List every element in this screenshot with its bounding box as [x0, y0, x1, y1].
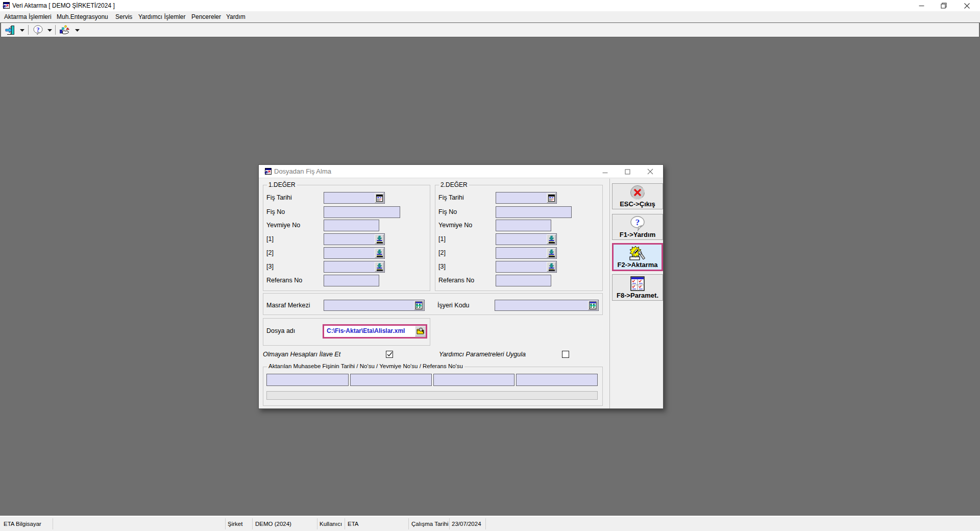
table-lookup-icon[interactable]: [588, 301, 598, 310]
menu-muh-entegrasyonu[interactable]: Muh.Entegrasyonu: [57, 11, 108, 22]
status-separator: [225, 518, 226, 529]
toolbar-separator: [28, 25, 29, 35]
f8-parametre-label: F8->Paramet.: [612, 292, 663, 299]
menu-servis[interactable]: Servis: [115, 11, 132, 22]
fis-tarihi-input-1[interactable]: [324, 192, 385, 204]
yevmiye-no-input-1[interactable]: [324, 220, 379, 231]
group-aktarilan-fis: Aktarılan Muhasebe Fişinin Tarihi / No's…: [263, 367, 603, 406]
deger3-input-2[interactable]: [496, 261, 557, 273]
dosya-adi-label: Dosya adı: [266, 325, 295, 337]
svg-text:?: ?: [37, 26, 40, 33]
f8-parametre-button[interactable]: F8->Paramet.: [612, 274, 663, 301]
group-dosya-adi: Dosya adı C:\Fis-Aktar\Eta\Alislar.xml: [263, 318, 430, 346]
dialog-minimize-button[interactable]: [598, 165, 612, 178]
exit-dropdown-arrow[interactable]: [19, 29, 24, 32]
calendar-icon[interactable]: [375, 193, 384, 203]
aktarilan-referans-input[interactable]: [516, 374, 598, 386]
insert-list-icon[interactable]: [547, 234, 556, 244]
aktarilan-yevmiye-input[interactable]: [433, 374, 514, 386]
panel-divider: [609, 179, 610, 408]
menu-pencereler[interactable]: Pencereler: [191, 11, 221, 22]
dialog-maximize-button[interactable]: [620, 165, 634, 178]
referans-no-input-2[interactable]: [496, 275, 551, 286]
status-separator: [53, 518, 53, 529]
olmayan-hesaplari-checkbox[interactable]: [386, 351, 393, 358]
fis-tarihi-input-2[interactable]: [496, 192, 557, 204]
isyeri-kodu-input[interactable]: [495, 300, 599, 311]
statusbar: ETA Bilgisayar Şirket DEMO (2024) Kullan…: [0, 516, 980, 531]
status-sirket-value: DEMO (2024): [255, 517, 291, 531]
fis-no-label: Fiş No: [438, 206, 457, 218]
deger3-input-1[interactable]: [324, 261, 385, 273]
dosya-adi-value: C:\Fis-Aktar\Eta\Alislar.xml: [327, 326, 405, 337]
esc-cikis-button[interactable]: ESC->Çıkış: [612, 183, 663, 209]
yardimci-parametreleri-checkbox[interactable]: [562, 351, 569, 358]
deger1-label: [1]: [266, 233, 274, 245]
checklist-icon: [612, 276, 663, 292]
dialog-close-button[interactable]: [643, 165, 657, 178]
deger2-label: [2]: [438, 247, 446, 259]
menubar: Aktarma İşlemleri Muh.Entegrasyonu Servi…: [0, 11, 980, 22]
window-minimize-button[interactable]: [914, 0, 929, 11]
masraf-merkezi-label: Masraf Merkezi: [266, 300, 310, 311]
olmayan-hesaplari-label: Olmayan Hesapları İlave Et: [263, 351, 340, 358]
f1-yardim-button[interactable]: ? F1->Yardım: [612, 214, 663, 240]
menu-yardim[interactable]: Yardım: [226, 11, 246, 22]
group-1-deger: 1.DEĞER Fiş Tarihi Fiş No Y: [263, 185, 430, 291]
aktarilan-tarih-input[interactable]: [266, 374, 349, 386]
esc-cikis-label: ESC->Çıkış: [612, 200, 663, 208]
window-restore-button[interactable]: [936, 0, 951, 11]
status-separator: [449, 518, 450, 529]
menu-aktarma-islemleri[interactable]: Aktarma İşlemleri: [4, 11, 52, 22]
deger2-label: [2]: [266, 247, 274, 259]
f2-aktarma-button[interactable]: F2->Aktarma: [612, 243, 663, 271]
toolbar-separator: [55, 25, 56, 35]
status-kullanici-label: Kullanıcı: [320, 517, 342, 531]
yevmiye-no-input-2[interactable]: [496, 220, 551, 231]
folder-search-icon[interactable]: [415, 326, 426, 336]
fis-no-input-1[interactable]: [324, 206, 400, 218]
deger3-label: [3]: [266, 261, 274, 273]
dialog-titlebar: Dosyadan Fiş Alma: [259, 165, 663, 178]
status-separator: [408, 518, 409, 529]
exit-door-icon[interactable]: [5, 25, 16, 36]
hand-services-icon[interactable]: [59, 25, 70, 36]
insert-list-icon[interactable]: [375, 248, 384, 258]
deger1-input-2[interactable]: [496, 233, 557, 245]
gear-tools-icon: [614, 246, 662, 261]
dialog-title: Dosyadan Fiş Alma: [274, 165, 331, 178]
status-separator: [317, 518, 317, 529]
f1-yardim-label: F1->Yardım: [612, 231, 663, 238]
window-close-button[interactable]: [959, 0, 974, 11]
fis-no-input-2[interactable]: [496, 206, 572, 218]
deger2-input-2[interactable]: [496, 247, 557, 259]
services-dropdown-arrow[interactable]: [75, 29, 80, 32]
fis-tarihi-label: Fiş Tarihi: [438, 192, 464, 204]
table-lookup-icon[interactable]: [414, 301, 424, 310]
insert-list-icon[interactable]: [547, 262, 556, 272]
group-aktarilan-fis-title: Aktarılan Muhasebe Fişinin Tarihi / No's…: [267, 363, 464, 369]
help-dropdown-arrow[interactable]: [47, 29, 52, 32]
question-icon: ?: [612, 215, 663, 232]
calendar-icon[interactable]: [547, 193, 556, 203]
dosya-adi-input[interactable]: C:\Fis-Aktar\Eta\Alislar.xml: [323, 324, 427, 339]
deger1-input-1[interactable]: [324, 233, 385, 245]
help-bubble-icon[interactable]: ?: [33, 25, 44, 36]
masraf-merkezi-input[interactable]: [324, 300, 425, 311]
yardimci-parametreleri-label: Yardımcı Parametreleri Uygula: [439, 351, 526, 358]
deger2-input-1[interactable]: [324, 247, 385, 259]
insert-list-icon[interactable]: [547, 248, 556, 258]
insert-list-icon[interactable]: [375, 234, 384, 244]
referans-no-input-1[interactable]: [324, 275, 379, 286]
isyeri-kodu-label: İşyeri Kodu: [437, 300, 470, 311]
status-company: ETA Bilgisayar: [4, 517, 41, 531]
dosyadan-fis-alma-dialog: Dosyadan Fiş Alma 1.DEĞER Fiş Tarihi: [258, 164, 664, 409]
svg-text:?: ?: [635, 218, 640, 227]
dialog-icon: [264, 168, 272, 175]
window-title: Veri Aktarma [ DEMO ŞİRKETİ/2024 ]: [12, 0, 115, 11]
aktarilan-no-input[interactable]: [350, 374, 432, 386]
menu-yardimci-islemler[interactable]: Yardımcı İşlemler: [138, 11, 185, 22]
insert-list-icon[interactable]: [375, 262, 384, 272]
deger1-label: [1]: [438, 233, 446, 245]
status-calisma-tarihi-label: Çalışma Tarihi: [411, 517, 449, 531]
